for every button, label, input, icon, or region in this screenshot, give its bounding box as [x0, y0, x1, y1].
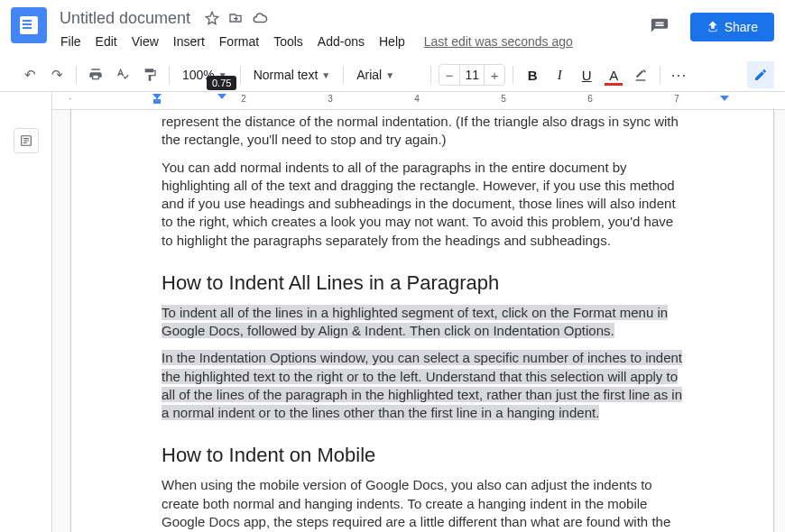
- body-paragraph[interactable]: represent the distance of the normal ind…: [162, 113, 683, 150]
- body-paragraph[interactable]: When using the mobile version of Google …: [162, 476, 683, 532]
- menu-file[interactable]: File: [54, 31, 88, 52]
- body-paragraph[interactable]: You can add normal indents to all of the…: [162, 159, 683, 250]
- highlight-icon[interactable]: [629, 63, 652, 87]
- first-line-indent-marker[interactable]: [152, 94, 162, 104]
- editing-mode-icon[interactable]: [747, 61, 774, 88]
- share-button[interactable]: Share: [690, 13, 774, 41]
- document-outline-icon[interactable]: [14, 128, 39, 153]
- menu-addons[interactable]: Add-ons: [311, 31, 371, 52]
- paragraph-style-value: Normal text: [254, 68, 319, 82]
- separator: [240, 66, 241, 84]
- ruler-number: 6: [587, 94, 593, 104]
- separator: [76, 66, 77, 84]
- paragraph-style-dropdown[interactable]: Normal text ▼: [248, 63, 336, 87]
- menu-bar: File Edit View Insert Format Tools Add-o…: [54, 31, 643, 52]
- separator: [660, 66, 660, 84]
- ruler-number: 7: [674, 94, 679, 104]
- ruler-number: 3: [328, 94, 333, 104]
- paint-format-icon[interactable]: [138, 63, 162, 87]
- menu-format[interactable]: Format: [213, 31, 265, 52]
- menu-view[interactable]: View: [125, 31, 165, 52]
- undo-icon[interactable]: ↶: [18, 63, 42, 87]
- bold-button[interactable]: B: [521, 63, 544, 87]
- font-size-decrease[interactable]: −: [439, 65, 459, 85]
- left-indent-marker[interactable]: 0.75: [217, 94, 226, 99]
- ruler-number: 5: [501, 94, 506, 104]
- menu-help[interactable]: Help: [373, 31, 411, 52]
- redo-icon[interactable]: ↷: [45, 63, 69, 87]
- more-toolbar-button[interactable]: ⋯: [668, 63, 691, 87]
- text-color-button[interactable]: A: [602, 63, 625, 87]
- right-indent-marker[interactable]: [720, 96, 729, 101]
- toolbar: ↶ ↷ 100% ▼ Normal text ▼ Arial ▼ − 11 + …: [0, 58, 785, 92]
- last-edit-link[interactable]: Last edit was seconds ago: [424, 34, 573, 49]
- separator: [169, 66, 170, 84]
- font-dropdown[interactable]: Arial ▼: [351, 63, 423, 87]
- body-paragraph[interactable]: To indent all of the lines in a highligh…: [162, 304, 683, 341]
- separator: [513, 66, 513, 84]
- font-size-value[interactable]: 11: [459, 65, 485, 85]
- ruler-number: 2: [241, 94, 246, 104]
- heading[interactable]: How to Indent on Mobile: [162, 444, 683, 467]
- body-paragraph[interactable]: In the Indentation Options window, you c…: [162, 349, 683, 422]
- cloud-status-icon[interactable]: [252, 10, 268, 26]
- ruler-number: 4: [414, 94, 420, 104]
- separator: [343, 66, 344, 84]
- horizontal-ruler[interactable]: · 1 2 3 4 5 6 7 0.75: [52, 92, 785, 110]
- separator: [430, 66, 431, 84]
- heading[interactable]: How to Indent All Lines in a Paragraph: [162, 271, 683, 295]
- chevron-down-icon: ▼: [321, 70, 330, 80]
- spellcheck-icon[interactable]: [111, 63, 134, 87]
- underline-button[interactable]: U: [575, 63, 598, 87]
- share-button-label: Share: [725, 20, 758, 34]
- star-icon[interactable]: [205, 11, 219, 25]
- document-title[interactable]: Untitled document: [54, 7, 196, 30]
- menu-insert[interactable]: Insert: [167, 31, 211, 52]
- document-page[interactable]: represent the distance of the normal ind…: [70, 110, 774, 532]
- move-icon[interactable]: [228, 11, 243, 25]
- font-value: Arial: [356, 68, 382, 82]
- selected-text[interactable]: To indent all of the lines in a highligh…: [162, 305, 668, 338]
- italic-button[interactable]: I: [548, 63, 571, 87]
- docs-logo-icon[interactable]: [11, 7, 47, 43]
- indent-tooltip: 0.75: [207, 76, 236, 90]
- font-size-increase[interactable]: +: [485, 65, 504, 85]
- comments-icon[interactable]: [643, 11, 676, 43]
- print-icon[interactable]: [84, 63, 107, 87]
- menu-edit[interactable]: Edit: [89, 31, 124, 52]
- menu-tools[interactable]: Tools: [267, 31, 309, 52]
- selected-text[interactable]: In the Indentation Options window, you c…: [162, 350, 682, 420]
- font-size-control: − 11 +: [439, 64, 505, 86]
- chevron-down-icon: ▼: [385, 70, 394, 80]
